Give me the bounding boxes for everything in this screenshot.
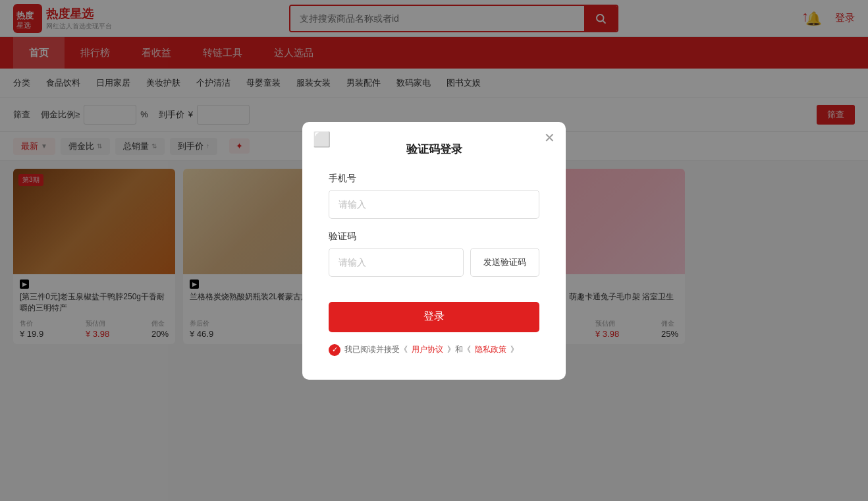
- agreement-row: ✓ 我已阅读并接受《 用户协议 》和《 隐私政策 》: [329, 344, 539, 356]
- send-code-button[interactable]: 发送验证码: [470, 248, 539, 277]
- scan-icon[interactable]: ⬜: [313, 131, 331, 148]
- agreement-suffix: 》: [510, 344, 518, 355]
- login-modal: ⬜ ✕ 验证码登录 手机号 验证码 发送验证码 登录 ✓ 我已阅读并接受《 用户…: [302, 122, 566, 380]
- phone-form-group: 手机号: [329, 173, 539, 219]
- modal-overlay[interactable]: ⬜ ✕ 验证码登录 手机号 验证码 发送验证码 登录 ✓ 我已阅读并接受《 用户…: [0, 0, 868, 501]
- code-label: 验证码: [329, 231, 539, 243]
- phone-label: 手机号: [329, 173, 539, 185]
- phone-input[interactable]: [329, 190, 539, 219]
- modal-title: 验证码登录: [329, 142, 539, 157]
- code-form-group: 验证码 发送验证码: [329, 231, 539, 277]
- agreement-check-icon[interactable]: ✓: [329, 344, 340, 356]
- agreement-mid: 》和《: [447, 344, 471, 355]
- modal-login-button[interactable]: 登录: [329, 302, 539, 332]
- verify-row: 发送验证码: [329, 248, 539, 277]
- agreement-prefix: 我已阅读并接受《: [344, 344, 408, 355]
- modal-close-button[interactable]: ✕: [544, 131, 555, 144]
- user-agreement-link[interactable]: 用户协议: [412, 344, 443, 355]
- privacy-policy-link[interactable]: 隐私政策: [475, 344, 506, 355]
- code-input[interactable]: [329, 248, 464, 277]
